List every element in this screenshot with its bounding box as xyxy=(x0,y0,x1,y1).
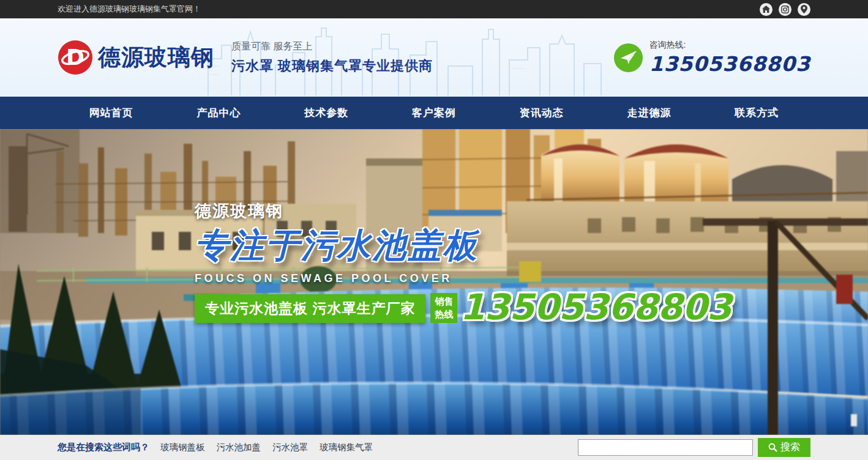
logo-text: 德源玻璃钢 xyxy=(98,42,214,73)
main-nav: 网站首页 产品中心 技术参数 客户案例 资讯动态 走进德源 联系方式 xyxy=(0,97,868,129)
search-strip: 您是在搜索这些词吗？ 玻璃钢盖板 污水池加盖 污水池罩 玻璃钢集气罩 搜索 xyxy=(0,435,868,460)
svg-text:D: D xyxy=(66,45,84,70)
search-box: 搜索 xyxy=(578,438,810,457)
keyword-link-2[interactable]: 污水池加盖 xyxy=(217,442,261,453)
camera-icon[interactable] xyxy=(779,3,791,16)
hero-brand: 德源玻璃钢 xyxy=(195,200,731,222)
site-search-input[interactable] xyxy=(578,439,753,456)
hotline-badge-line2: 热线 xyxy=(435,309,453,319)
home-icon[interactable] xyxy=(760,3,773,16)
logo[interactable]: D 德源玻璃钢 xyxy=(58,40,214,75)
search-keywords: 玻璃钢盖板 污水池加盖 污水池罩 玻璃钢集气罩 xyxy=(160,442,373,453)
nav-item-cases[interactable]: 客户案例 xyxy=(380,97,488,129)
topbar-icons xyxy=(760,3,810,16)
magnifier-icon xyxy=(768,443,777,452)
topbar: 欢迎进入德源玻璃钢玻璃钢集气罩官网！ xyxy=(0,0,868,18)
keyword-link-1[interactable]: 玻璃钢盖板 xyxy=(160,442,205,453)
hero-subtitle-en: FOUCS ON SEWAGE POOL COVER xyxy=(195,272,731,285)
hero-overlay: 德源玻璃钢 专注于污水池盖板 FOUCS ON SEWAGE POOL COVE… xyxy=(195,200,731,323)
location-icon[interactable] xyxy=(798,3,810,16)
header-hotline: 咨询热线: 13505368803 xyxy=(614,40,810,76)
page: 欢迎进入德源玻璃钢玻璃钢集气罩官网！ xyxy=(0,0,868,460)
search-button[interactable]: 搜索 xyxy=(758,438,810,457)
search-question: 您是在搜索这些词吗？ xyxy=(58,442,149,453)
hotline-number: 13505368803 xyxy=(649,52,810,76)
header: D 德源玻璃钢 质量可靠 服务至上 污水罩 玻璃钢集气罩专业提供商 咨询热线: … xyxy=(0,18,868,97)
search-button-label: 搜索 xyxy=(780,441,800,454)
hero-banner: 德源玻璃钢 专注于污水池盖板 FOUCS ON SEWAGE POOL COVE… xyxy=(0,129,868,435)
taglines: 质量可靠 服务至上 污水罩 玻璃钢集气罩专业提供商 xyxy=(231,40,433,75)
hero-green-banner: 专业污水池盖板 污水罩生产厂家 xyxy=(195,294,425,323)
tagline-small: 质量可靠 服务至上 xyxy=(231,40,433,53)
nav-item-specs[interactable]: 技术参数 xyxy=(272,97,380,129)
nav-item-news[interactable]: 资讯动态 xyxy=(488,97,596,129)
hero-hotline-badge: 销售 热线 xyxy=(430,293,457,323)
welcome-text: 欢迎进入德源玻璃钢玻璃钢集气罩官网！ xyxy=(58,4,201,15)
hotline-label: 咨询热线: xyxy=(649,40,810,51)
nav-item-about[interactable]: 走进德源 xyxy=(596,97,703,129)
hero-hotline-number: 13505368803 xyxy=(460,292,731,323)
paper-plane-icon xyxy=(614,43,643,72)
nav-item-contact[interactable]: 联系方式 xyxy=(703,97,810,129)
hotline-badge-line1: 销售 xyxy=(435,296,453,306)
hero-title: 专注于污水池盖板 xyxy=(195,223,731,269)
keyword-link-3[interactable]: 污水池罩 xyxy=(272,442,308,453)
nav-item-home[interactable]: 网站首页 xyxy=(58,97,165,129)
keyword-link-4[interactable]: 玻璃钢集气罩 xyxy=(320,442,373,453)
nav-item-products[interactable]: 产品中心 xyxy=(165,97,273,129)
logo-mark: D xyxy=(58,40,93,75)
tagline-main: 污水罩 玻璃钢集气罩专业提供商 xyxy=(231,57,433,75)
